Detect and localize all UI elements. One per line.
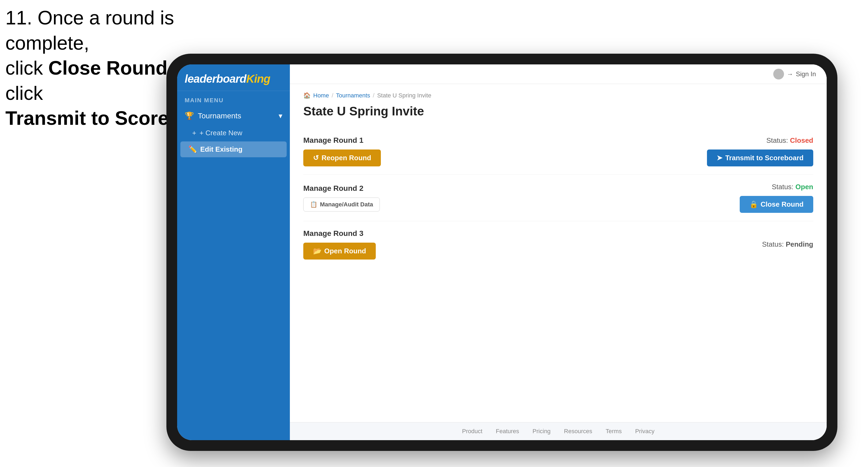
- main-menu-label: MAIN MENU: [177, 91, 290, 106]
- footer-resources[interactable]: Resources: [564, 428, 592, 435]
- breadcrumb-sep1: /: [332, 92, 333, 99]
- home-icon: 🏠: [303, 92, 311, 99]
- footer-terms[interactable]: Terms: [606, 428, 622, 435]
- close-round-button[interactable]: 🔒 Close Round: [740, 196, 813, 213]
- sidebar-item-create-new[interactable]: + + Create New: [177, 125, 290, 141]
- round-1-status: Status: Closed: [766, 136, 813, 145]
- sidebar-logo: leaderboardKing: [177, 64, 290, 91]
- round-2-status-value: Open: [796, 183, 813, 191]
- footer-features[interactable]: Features: [496, 428, 519, 435]
- reopen-round-button[interactable]: ↺ Reopen Round: [303, 150, 381, 166]
- footer-pricing[interactable]: Pricing: [532, 428, 551, 435]
- breadcrumb-sep2: /: [373, 92, 374, 99]
- top-bar: → Sign In: [290, 64, 827, 84]
- transmit-to-scoreboard-button[interactable]: ➤ Transmit to Scoreboard: [707, 150, 813, 166]
- open-round-button[interactable]: 📂 Open Round: [303, 243, 376, 259]
- round-3-title: Manage Round 3: [303, 229, 376, 238]
- sidebar-edit-existing-label: Edit Existing: [200, 145, 242, 154]
- logo-king: King: [246, 72, 270, 85]
- sidebar: leaderboardKing MAIN MENU 🏆 Tournaments …: [177, 64, 290, 440]
- trophy-icon: 🏆: [185, 112, 194, 120]
- avatar: [773, 69, 784, 80]
- plus-icon: +: [192, 129, 196, 137]
- open-round-icon: 📂: [313, 247, 321, 255]
- instruction-line1: 11. Once a round is complete,: [5, 5, 247, 56]
- footer: Product Features Pricing Resources Terms…: [290, 422, 827, 440]
- footer-product[interactable]: Product: [462, 428, 482, 435]
- manage-audit-data-button[interactable]: 📋 Manage/Audit Data: [303, 197, 380, 212]
- main-content: → Sign In 🏠 Home / Tournaments / State U…: [290, 64, 827, 440]
- sign-in-label: Sign In: [796, 70, 816, 78]
- audit-icon: 📋: [310, 201, 317, 208]
- sidebar-tournaments-label: Tournaments: [198, 112, 241, 120]
- round-1-row: Manage Round 1 ↺ Reopen Round Status: Cl…: [303, 128, 813, 175]
- sign-in-button[interactable]: → Sign In: [773, 69, 816, 80]
- open-round-label: Open Round: [324, 247, 366, 255]
- round-2-row: Manage Round 2 📋 Manage/Audit Data Statu…: [303, 175, 813, 221]
- breadcrumb-current: State U Spring Invite: [377, 92, 431, 99]
- edit-icon: ✏️: [188, 145, 197, 154]
- close-round-icon: 🔒: [749, 200, 758, 209]
- tablet-screen: leaderboardKing MAIN MENU 🏆 Tournaments …: [177, 64, 827, 440]
- round-2-status: Status: Open: [772, 183, 813, 191]
- reopen-round-label: Reopen Round: [321, 154, 371, 162]
- round-1-title: Manage Round 1: [303, 136, 381, 145]
- round-2-title: Manage Round 2: [303, 184, 380, 193]
- sidebar-navigation: 🏆 Tournaments ▾ + + Create New ✏️ Edit E…: [177, 106, 290, 440]
- round-3-status: Status: Pending: [762, 240, 813, 249]
- close-round-label: Close Round: [761, 200, 804, 209]
- chevron-down-icon: ▾: [279, 112, 282, 120]
- transmit-icon: ➤: [717, 154, 722, 162]
- tablet-device: leaderboardKing MAIN MENU 🏆 Tournaments …: [166, 54, 837, 451]
- transmit-to-scoreboard-label: Transmit to Scoreboard: [725, 154, 804, 162]
- sidebar-item-tournaments[interactable]: 🏆 Tournaments ▾: [177, 106, 290, 125]
- sidebar-item-edit-existing[interactable]: ✏️ Edit Existing: [180, 142, 287, 157]
- app-container: leaderboardKing MAIN MENU 🏆 Tournaments …: [177, 64, 827, 440]
- round-3-row: Manage Round 3 📂 Open Round Status: Pend…: [303, 221, 813, 268]
- content-area: 🏠 Home / Tournaments / State U Spring In…: [290, 84, 827, 422]
- breadcrumb-home[interactable]: Home: [313, 92, 329, 99]
- reopen-icon: ↺: [313, 154, 319, 162]
- round-3-status-value: Pending: [785, 240, 813, 248]
- sign-in-arrow-icon: →: [787, 70, 793, 78]
- round-1-status-value: Closed: [790, 136, 813, 145]
- page-title: State U Spring Invite: [303, 104, 813, 118]
- footer-privacy[interactable]: Privacy: [635, 428, 654, 435]
- manage-audit-data-label: Manage/Audit Data: [320, 201, 373, 208]
- breadcrumb: 🏠 Home / Tournaments / State U Spring In…: [303, 92, 813, 99]
- sidebar-create-new-label: + Create New: [199, 129, 242, 137]
- breadcrumb-tournaments[interactable]: Tournaments: [336, 92, 370, 99]
- logo-leaderboard: leaderboard: [185, 72, 246, 85]
